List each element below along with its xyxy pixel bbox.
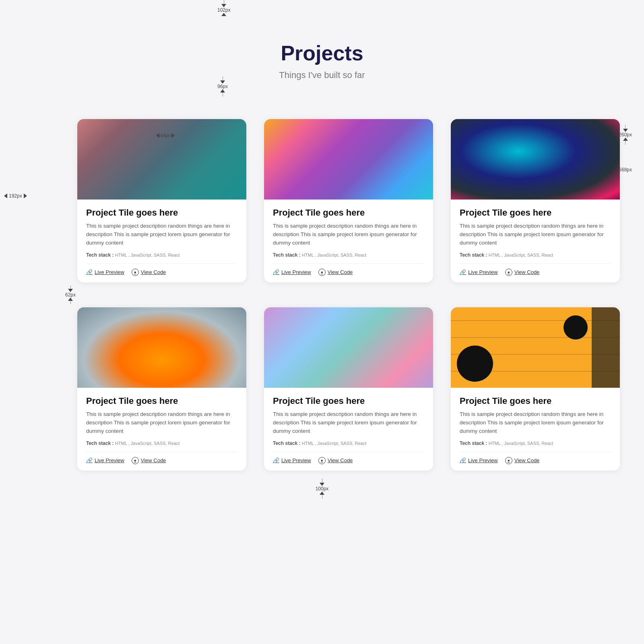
live-preview-link-1[interactable]: 🔗 Live Preview (86, 269, 124, 275)
svg-marker-3 (220, 89, 225, 93)
view-code-link-4[interactable]: ● View Code (132, 457, 166, 464)
project-title-5: Project Tile goes here (273, 396, 424, 406)
github-icon-6: ● (505, 457, 512, 464)
project-links-2: 🔗 Live Preview ● View Code (273, 263, 424, 276)
left-margin-annotation: 192px (4, 193, 27, 199)
tech-label-2: Tech stack : (273, 252, 300, 258)
github-icon-4: ● (132, 457, 139, 464)
project-image-5 (264, 307, 433, 388)
project-card-4: Project Tile goes here This is sample pr… (77, 307, 246, 471)
live-preview-label-2: Live Preview (281, 269, 311, 275)
project-desc-2: This is sample project description rando… (273, 222, 424, 247)
projects-row-1: Project Tile goes here This is sample pr… (77, 119, 620, 282)
card-height-label: 568px (619, 167, 632, 173)
svg-marker-12 (320, 483, 324, 486)
live-preview-label-6: Live Preview (468, 457, 498, 463)
project-tech-3: Tech stack : HTML , JavaScript, SASS, Re… (460, 252, 611, 258)
gap-44-annotation: 44px (156, 133, 175, 138)
svg-marker-5 (24, 193, 27, 198)
view-code-link-1[interactable]: ● View Code (132, 269, 166, 276)
live-preview-link-3[interactable]: 🔗 Live Preview (460, 269, 498, 275)
project-desc-5: This is sample project description rando… (273, 410, 424, 436)
svg-marker-8 (623, 129, 628, 132)
project-desc-3: This is sample project description rando… (460, 222, 611, 247)
bottom-padding-annotation: 100px (0, 471, 644, 507)
link-icon-1: 🔗 (86, 269, 93, 275)
project-image-6 (451, 307, 620, 388)
project-links-4: 🔗 Live Preview ● View Code (86, 452, 237, 464)
projects-row-2: Project Tile goes here This is sample pr… (77, 307, 620, 471)
live-preview-link-4[interactable]: 🔗 Live Preview (86, 457, 124, 463)
card-height-annotation: 568px (619, 167, 632, 173)
github-icon-1: ● (132, 269, 139, 276)
project-card-6: Project Tile goes here This is sample pr… (451, 307, 620, 471)
link-icon-2: 🔗 (273, 269, 279, 275)
live-preview-link-2[interactable]: 🔗 Live Preview (273, 269, 311, 275)
gap-96-annotation: 96px (217, 76, 228, 97)
header-section: Projects Things I've built so far (0, 0, 644, 80)
view-code-label-5: View Code (328, 457, 353, 463)
project-title-4: Project Tile goes here (86, 396, 237, 406)
img-height-label: 260px (619, 132, 632, 138)
view-code-link-6[interactable]: ● View Code (505, 457, 540, 464)
project-card-1: Project Tile goes here This is sample pr… (77, 119, 246, 282)
project-title-1: Project Tile goes here (86, 208, 237, 218)
tech-label-4: Tech stack : (86, 440, 114, 446)
project-links-5: 🔗 Live Preview ● View Code (273, 452, 424, 464)
tech-label-6: Tech stack : (460, 440, 487, 446)
project-links-6: 🔗 Live Preview ● View Code (460, 452, 611, 464)
project-title-2: Project Tile goes here (273, 208, 424, 218)
live-preview-label-1: Live Preview (95, 269, 124, 275)
live-preview-link-5[interactable]: 🔗 Live Preview (273, 457, 311, 463)
tech-tags-6: HTML , JavaScript, SASS, React (489, 441, 553, 446)
page-subtitle: Things I've built so far (0, 70, 644, 80)
live-preview-label-3: Live Preview (468, 269, 498, 275)
link-icon-4: 🔗 (86, 457, 93, 463)
svg-marker-4 (4, 193, 7, 198)
project-desc-4: This is sample project description rando… (86, 410, 237, 436)
project-image-3 (451, 119, 620, 200)
view-code-link-3[interactable]: ● View Code (505, 269, 540, 276)
view-code-label-1: View Code (141, 269, 166, 275)
tech-tags-2: HTML , JavaScript, SASS, React (302, 253, 366, 257)
tech-tags-3: HTML , JavaScript, SASS, React (489, 253, 553, 257)
view-code-link-5[interactable]: ● View Code (318, 457, 353, 464)
top-padding-annotation: 102px (217, 0, 231, 16)
project-tech-5: Tech stack : HTML , JavaScript, SASS, Re… (273, 440, 424, 446)
github-icon-3: ● (505, 269, 512, 276)
link-icon-5: 🔗 (273, 457, 279, 463)
left-margin-label: 192px (9, 193, 22, 199)
project-tech-6: Tech stack : HTML , JavaScript, SASS, Re… (460, 440, 611, 446)
svg-marker-1 (221, 13, 226, 16)
view-code-link-2[interactable]: ● View Code (318, 269, 353, 276)
tech-label-5: Tech stack : (273, 440, 300, 446)
svg-marker-9 (623, 138, 628, 141)
projects-section: Project Tile goes here This is sample pr… (0, 119, 644, 471)
row-gap-value: 62px (65, 292, 76, 298)
row-gap-annotation: 62px (77, 282, 620, 307)
row-gap-label: 62px (65, 286, 76, 304)
link-icon-3: 🔗 (460, 269, 466, 275)
top-padding-label: 102px (217, 7, 231, 13)
project-tech-2: Tech stack : HTML , JavaScript, SASS, Re… (273, 252, 424, 258)
tech-tags-5: HTML , JavaScript, SASS, React (302, 441, 366, 446)
svg-marker-6 (156, 133, 159, 138)
project-image-2 (264, 119, 433, 200)
svg-marker-11 (68, 298, 73, 301)
project-tech-1: Tech stack : HTML , JavaScript, SASS, Re… (86, 252, 237, 258)
project-desc-6: This is sample project description rando… (460, 410, 611, 436)
tech-label-3: Tech stack : (460, 252, 487, 258)
tech-tags-4: HTML , JavaScript, SASS, React (115, 441, 180, 446)
live-preview-link-6[interactable]: 🔗 Live Preview (460, 457, 498, 463)
gap-96-label: 96px (217, 84, 228, 89)
page-title: Projects (0, 41, 644, 65)
live-preview-label-4: Live Preview (95, 457, 124, 463)
svg-marker-10 (68, 289, 73, 292)
tech-label-1: Tech stack : (86, 252, 114, 258)
svg-marker-0 (221, 4, 226, 7)
bottom-padding-label: 100px (316, 486, 329, 492)
project-card-5: Project Tile goes here This is sample pr… (264, 307, 433, 471)
project-image-1 (77, 119, 246, 200)
svg-marker-13 (320, 492, 324, 495)
project-links-3: 🔗 Live Preview ● View Code (460, 263, 611, 276)
